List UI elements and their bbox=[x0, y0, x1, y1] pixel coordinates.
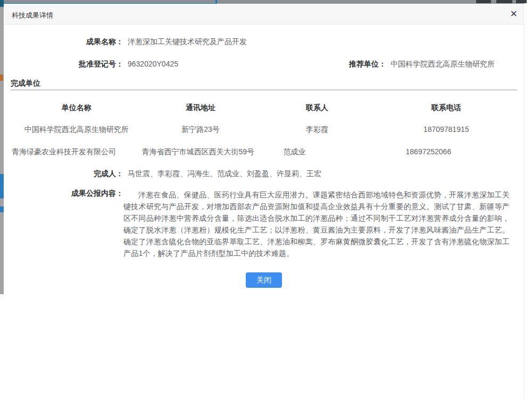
unit-contact-cell: 范成业 bbox=[279, 146, 345, 157]
unit-name-cell: 中国科学院西北高原生物研究所 bbox=[11, 123, 143, 135]
background-sliver-blue-block bbox=[0, 206, 4, 212]
background-browser-artifact bbox=[476, 0, 491, 3]
achievement-name-value: 洋葱深加工关键技术研究及产品开发 bbox=[128, 36, 247, 47]
field-recommend-unit: 推荐单位： 中国科学院西北高原生物研究所 bbox=[349, 59, 495, 69]
unit-contact-cell: 李彩霞 bbox=[259, 123, 375, 135]
dialog-header: 科技成果详情 × bbox=[4, 4, 523, 24]
field-row-completers: 完成人： 马世震、李彩霞、冯海生、范成业、刘盈盈、许显莉、王宏 bbox=[4, 168, 523, 179]
table-row: 中国科学院西北高原生物研究所 新宁路23号 李彩霞 18709781915 bbox=[11, 123, 517, 135]
completers-label: 完成人： bbox=[4, 168, 123, 179]
report-content-value: 洋葱在食品、保健品、医药行业具有巨大应用潜力。课题紧密结合西部地域特色和资源优势… bbox=[123, 189, 510, 259]
achievement-name-label: 成果名称： bbox=[4, 36, 123, 47]
dialog-title: 科技成果详情 bbox=[12, 11, 53, 20]
registration-number-label: 批准登记号： bbox=[4, 59, 123, 69]
unit-address-cell: 新宁路23号 bbox=[143, 123, 259, 135]
section-title-completion-units: 完成单位 bbox=[11, 79, 40, 88]
unit-address-cell: 青海省西宁市城西区西关大街59号 bbox=[117, 146, 279, 157]
field-row-registration: 批准登记号： 9632020Y0425 推荐单位： 中国科学院西北高原生物研究所 bbox=[4, 59, 523, 69]
registration-number-value: 9632020Y0425 bbox=[128, 59, 178, 69]
background-browser-artifact bbox=[496, 0, 512, 3]
recommend-unit-value: 中国科学院西北高原生物研究所 bbox=[390, 59, 495, 69]
column-header-contact: 联系人 bbox=[259, 102, 375, 113]
screen: 科技成果详情 × 成果名称： 洋葱深加工关键技术研究及产品开发 批准登记号： 9… bbox=[0, 0, 532, 399]
recommend-unit-label: 推荐单位： bbox=[349, 59, 386, 69]
background-corner-block bbox=[0, 0, 4, 7]
close-icon[interactable]: × bbox=[510, 7, 517, 21]
column-header-unit-name: 单位名称 bbox=[11, 102, 143, 113]
completers-value: 马世震、李彩霞、冯海生、范成业、刘盈盈、许显莉、王宏 bbox=[128, 168, 321, 179]
close-button[interactable]: 关闭 bbox=[246, 272, 282, 288]
background-browser-artifact bbox=[516, 0, 527, 3]
field-row-achievement-name: 成果名称： 洋葱深加工关键技术研究及产品开发 bbox=[4, 36, 523, 47]
achievement-detail-dialog: 科技成果详情 × 成果名称： 洋葱深加工关键技术研究及产品开发 批准登记号： 9… bbox=[4, 4, 524, 399]
column-header-phone: 联系电话 bbox=[375, 102, 517, 113]
section-divider bbox=[11, 89, 517, 90]
report-content-label: 成果公报内容： bbox=[4, 189, 123, 259]
column-header-address: 通讯地址 bbox=[143, 102, 259, 113]
units-table-header: 单位名称 通讯地址 联系人 联系电话 bbox=[11, 102, 517, 113]
field-row-report-content: 成果公报内容： 洋葱在食品、保健品、医药行业具有巨大应用潜力。课题紧密结合西部地… bbox=[4, 189, 523, 259]
background-sliver-blue-block bbox=[0, 174, 4, 198]
dialog-footer: 关闭 bbox=[4, 272, 523, 288]
unit-phone-cell: 18709781915 bbox=[375, 123, 517, 135]
unit-name-cell: 青海绿豪农业科技开发有限公司 bbox=[11, 146, 117, 157]
background-page-sliver bbox=[0, 7, 4, 294]
background-sliver-orange-mark bbox=[0, 74, 3, 81]
table-row: 青海绿豪农业科技开发有限公司 青海省西宁市城西区西关大街59号 范成业 1869… bbox=[11, 146, 517, 157]
unit-phone-cell: 18697252066 bbox=[345, 146, 512, 157]
